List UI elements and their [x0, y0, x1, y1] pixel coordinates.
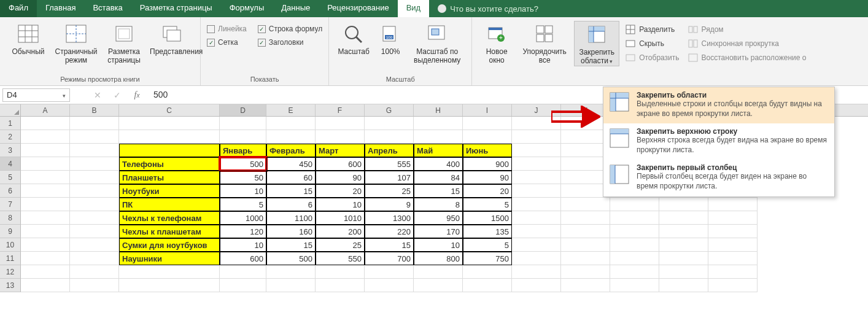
cell-I12[interactable] [463, 265, 512, 279]
cell-D6[interactable]: 10 [220, 184, 266, 198]
cell-L10[interactable] [610, 238, 659, 252]
cell-A12[interactable] [21, 265, 70, 279]
cell-G1[interactable] [365, 117, 414, 130]
cell-K11[interactable] [561, 252, 610, 265]
cell-A8[interactable] [21, 211, 70, 225]
btn-zoom[interactable]: Масштаб [335, 21, 372, 65]
cell-G4[interactable]: 555 [365, 157, 414, 171]
tab-insert[interactable]: Вставка [84, 0, 131, 17]
cell-B12[interactable] [70, 265, 119, 279]
cell-A1[interactable] [21, 117, 70, 130]
cell-B13[interactable] [70, 279, 119, 292]
cell-F6[interactable]: 20 [316, 184, 365, 198]
cell-I9[interactable]: 135 [463, 225, 512, 238]
cell-G2[interactable] [365, 130, 414, 144]
cell-H13[interactable] [414, 279, 463, 292]
cell-N7[interactable] [708, 198, 758, 211]
row-header[interactable]: 13 [0, 279, 21, 292]
cell-A11[interactable] [21, 252, 70, 265]
cell-E8[interactable]: 1100 [266, 211, 316, 225]
cell-E12[interactable] [266, 265, 316, 279]
cell-G6[interactable]: 25 [365, 184, 414, 198]
cell-A4[interactable] [21, 157, 70, 171]
tell-me[interactable]: Что вы хотите сделать? [429, 0, 547, 17]
cell-C5[interactable]: Планшеты [119, 171, 220, 184]
col-header-G[interactable]: G [365, 104, 414, 116]
cell-B7[interactable] [70, 198, 119, 211]
cancel-formula-button[interactable]: ✕ [90, 88, 106, 102]
cell-E2[interactable] [266, 130, 316, 144]
cell-H3[interactable]: Май [414, 144, 463, 157]
cell-G7[interactable]: 9 [365, 198, 414, 211]
cell-F2[interactable] [316, 130, 365, 144]
cell-F11[interactable]: 550 [316, 252, 365, 265]
cell-F5[interactable]: 90 [316, 171, 365, 184]
cell-B5[interactable] [70, 171, 119, 184]
btn-zoom-selection[interactable]: Масштаб по выделенному [409, 21, 465, 65]
col-header-H[interactable]: H [414, 104, 463, 116]
cell-H1[interactable] [414, 117, 463, 130]
cell-H4[interactable]: 400 [414, 157, 463, 171]
row-header[interactable]: 1 [0, 117, 21, 130]
btn-pagebreak-view[interactable]: Страничный режим [54, 21, 98, 65]
cell-D1[interactable] [220, 117, 266, 130]
cell-B6[interactable] [70, 184, 119, 198]
cell-I10[interactable]: 5 [463, 238, 512, 252]
tab-file[interactable]: Файл [0, 0, 37, 17]
btn-normal-view[interactable]: Обычный [6, 21, 50, 65]
row-header[interactable]: 8 [0, 211, 21, 225]
cell-D5[interactable]: 50 [220, 171, 266, 184]
row-header[interactable]: 5 [0, 171, 21, 184]
cell-A5[interactable] [21, 171, 70, 184]
cell-F1[interactable] [316, 117, 365, 130]
menu-freeze-first-col[interactable]: Закрепить первый столбецПервый столбец в… [603, 160, 834, 196]
cell-K13[interactable] [561, 279, 610, 292]
cell-J13[interactable] [512, 279, 561, 292]
cell-I8[interactable]: 1500 [463, 211, 512, 225]
cell-N11[interactable] [708, 252, 758, 265]
cell-E3[interactable]: Февраль [266, 144, 316, 157]
cell-I7[interactable]: 5 [463, 198, 512, 211]
cell-B3[interactable] [70, 144, 119, 157]
cell-A9[interactable] [21, 225, 70, 238]
cell-E7[interactable]: 6 [266, 198, 316, 211]
row-header[interactable]: 9 [0, 225, 21, 238]
btn-custom-views[interactable]: Представления [150, 21, 194, 65]
cell-J2[interactable] [512, 130, 561, 144]
cell-B10[interactable] [70, 238, 119, 252]
col-header-C[interactable]: C [119, 104, 220, 116]
cell-I2[interactable] [463, 130, 512, 144]
cell-H7[interactable]: 8 [414, 198, 463, 211]
cell-C9[interactable]: Чехлы к планшетам [119, 225, 220, 238]
select-all-corner[interactable] [0, 104, 21, 116]
cell-N9[interactable] [708, 225, 758, 238]
cell-I3[interactable]: Июнь [463, 144, 512, 157]
menu-freeze-top-row[interactable]: Закрепить верхнюю строкуВерхняя строка в… [603, 123, 834, 160]
chk-ruler[interactable]: Линейка [207, 25, 247, 33]
cell-G8[interactable]: 1300 [365, 211, 414, 225]
col-header-I[interactable]: I [463, 104, 512, 116]
cell-M10[interactable] [659, 238, 708, 252]
cell-F3[interactable]: Март [316, 144, 365, 157]
row-header[interactable]: 7 [0, 198, 21, 211]
chk-formulabar[interactable]: ✓Строка формул [258, 25, 322, 33]
cell-J8[interactable] [512, 211, 561, 225]
cell-I11[interactable]: 750 [463, 252, 512, 265]
cell-G13[interactable] [365, 279, 414, 292]
cell-D10[interactable]: 10 [220, 238, 266, 252]
btn-zoom100[interactable]: 100 100% [376, 21, 405, 65]
cell-B8[interactable] [70, 211, 119, 225]
cell-G10[interactable]: 15 [365, 238, 414, 252]
cell-C7[interactable]: ПК [119, 198, 220, 211]
col-header-D[interactable]: D [220, 104, 266, 116]
cell-H12[interactable] [414, 265, 463, 279]
cell-F13[interactable] [316, 279, 365, 292]
cell-D8[interactable]: 1000 [220, 211, 266, 225]
cell-L11[interactable] [610, 252, 659, 265]
cell-B2[interactable] [70, 130, 119, 144]
row-header[interactable]: 2 [0, 130, 21, 144]
cell-E13[interactable] [266, 279, 316, 292]
btn-resetpos[interactable]: Восстановить расположение о [686, 52, 809, 64]
cell-N13[interactable] [708, 279, 758, 292]
cell-F10[interactable]: 25 [316, 238, 365, 252]
